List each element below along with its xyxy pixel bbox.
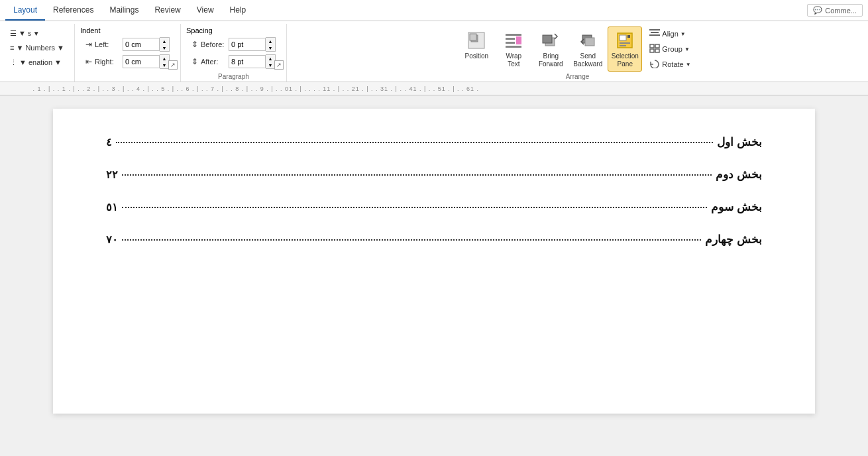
svg-rect-19 [649, 34, 660, 36]
spacing-expand-btn[interactable]: ↗ [274, 60, 284, 70]
toc-entry: بخش چهارم٧٠ [106, 233, 762, 247]
toc-dots [116, 142, 713, 143]
toc-page: ٤ [106, 136, 112, 148]
position-button[interactable]: Position [459, 27, 494, 72]
page: بخش اول٤بخش دوم٢٢بخش سوم٥١بخش چهارم٧٠ [53, 109, 815, 414]
svg-rect-21 [655, 44, 659, 48]
indent-left-label: Left: [95, 40, 120, 48]
spacing-before-label: Before: [201, 40, 226, 48]
toc-title: بخش دوم [716, 168, 762, 182]
tab-bar: Layout References Mailings Review View H… [0, 0, 868, 21]
spacing-before-up[interactable]: ▲ [266, 38, 275, 44]
indent-left-down[interactable]: ▼ [160, 44, 169, 51]
comment-icon: 💬 [813, 6, 822, 15]
indent-right-icon: ⇤ [85, 57, 92, 66]
send-backward-label: Send Backward [573, 52, 602, 68]
indent-left-up[interactable]: ▲ [160, 38, 169, 44]
toc-title: بخش چهارم [705, 233, 762, 247]
spacing-before-spinners[interactable]: ▲ ▼ [266, 37, 276, 52]
selection-pane-label: Selection Pane [612, 52, 639, 68]
tab-review[interactable]: Review [146, 0, 188, 21]
svg-rect-3 [506, 34, 521, 36]
spacing-after-input[interactable] [229, 55, 266, 68]
align-button[interactable]: Align ▼ [645, 27, 695, 41]
svg-rect-9 [543, 35, 552, 43]
indent-label: Indent [80, 27, 101, 34]
align-icon [649, 28, 660, 39]
svg-rect-22 [650, 49, 654, 52]
tab-help[interactable]: Help [222, 0, 254, 21]
group-arrange-label: Arrange [566, 72, 590, 80]
indent-right-up[interactable]: ▲ [160, 55, 169, 62]
toc-dots [122, 239, 701, 241]
svg-rect-18 [651, 32, 659, 33]
tab-layout[interactable]: Layout [5, 0, 45, 21]
indent-left-spinners[interactable]: ▲ ▼ [160, 37, 170, 52]
svg-rect-23 [655, 49, 659, 52]
selection-pane-icon [614, 30, 635, 51]
group-label: Group [662, 45, 682, 53]
comment-button[interactable]: 💬 Comme... [807, 4, 863, 17]
align-dropdown-icon: ▼ [680, 31, 686, 37]
group-indent: Indent ⇥ Left: ▲ ▼ ⇤ Right: [75, 24, 181, 82]
indent-right-row: ⇤ Right: ▲ ▼ [85, 54, 170, 69]
rotate-button[interactable]: Rotate ▼ [645, 57, 695, 72]
wrap-text-icon [503, 30, 524, 51]
spacing-fields: ⇕ Before: ▲ ▼ ⇕ After: [191, 37, 276, 69]
indent-right-input[interactable] [123, 55, 160, 68]
btn-numbers[interactable]: ≡ ▼ Numbers ▼ [5, 41, 69, 54]
arrange-content: Position Wrap Text [459, 27, 695, 72]
group-numbers: ☰ ▼ s ▼ ≡ ▼ Numbers ▼ ⋮ ▼ enation ▼ [0, 24, 75, 82]
spacing-before-field[interactable]: ▲ ▼ [229, 37, 276, 52]
group-icon [649, 44, 660, 54]
bring-forward-label: Bring Forward [539, 52, 563, 68]
toc-dots [122, 174, 712, 176]
spacing-after-down[interactable]: ▼ [266, 62, 275, 68]
spacing-before-down[interactable]: ▼ [266, 44, 275, 51]
ribbon-toolbar: ☰ ▼ s ▼ ≡ ▼ Numbers ▼ ⋮ ▼ enation ▼ Inde… [0, 21, 868, 82]
indent-left-input[interactable] [123, 38, 160, 51]
indent-right-field[interactable]: ▲ ▼ [123, 54, 170, 69]
align-label: Align [662, 30, 678, 38]
group-button[interactable]: Group ▼ [645, 42, 695, 56]
ruler-marks: . 1 . | . . 1 . | . . 2 . | . . 3 . | . … [3, 86, 865, 92]
tab-references[interactable]: References [45, 0, 101, 21]
tab-mailings[interactable]: Mailings [101, 0, 146, 21]
indent-right-label: Right: [95, 58, 120, 66]
bring-forward-button[interactable]: Bring Forward [533, 27, 568, 72]
svg-rect-14 [627, 35, 630, 38]
indent-fields: ⇥ Left: ▲ ▼ ⇤ Right: [85, 37, 170, 69]
spacing-after-up[interactable]: ▲ [266, 55, 275, 62]
send-backward-button[interactable]: Send Backward [570, 27, 605, 72]
rotate-label: Rotate [662, 60, 683, 68]
indent-right-down[interactable]: ▼ [160, 62, 169, 68]
svg-rect-20 [650, 44, 654, 48]
tab-view[interactable]: View [189, 0, 222, 21]
toc-entry: بخش دوم٢٢ [106, 168, 762, 182]
selection-pane-button[interactable]: Selection Pane [608, 27, 642, 72]
indent-left-icon: ⇥ [85, 40, 92, 49]
svg-rect-17 [649, 29, 660, 30]
wrap-text-label: Wrap Text [506, 52, 521, 68]
spacing-after-row: ⇕ After: ▲ ▼ [191, 54, 276, 69]
svg-rect-16 [620, 45, 626, 46]
spacing-before-input[interactable] [229, 38, 266, 51]
btn-enation[interactable]: ⋮ ▼ enation ▼ [5, 56, 66, 69]
indent-left-field[interactable]: ▲ ▼ [123, 37, 170, 52]
rotate-dropdown-icon: ▼ [686, 62, 691, 68]
svg-rect-5 [506, 42, 515, 44]
position-icon [466, 30, 487, 51]
group-paragraph-label: Paragraph [218, 72, 249, 80]
arrange-right-col: Align ▼ Group ▼ [645, 27, 695, 72]
wrap-text-button[interactable]: Wrap Text [496, 27, 531, 72]
svg-rect-13 [620, 35, 626, 40]
enation-icon: ⋮ ▼ [10, 58, 27, 67]
spacing-after-label: After: [201, 58, 226, 66]
spacing-after-field[interactable]: ▲ ▼ [229, 54, 276, 69]
numbers-icon: ≡ ▼ [10, 44, 23, 52]
spacing-after-icon: ⇕ [191, 57, 198, 66]
position-label: Position [465, 52, 489, 60]
btn-numbering[interactable]: ☰ ▼ s ▼ [5, 27, 44, 40]
indent-expand-btn[interactable]: ↗ [168, 60, 178, 70]
doc-area: بخش اول٤بخش دوم٢٢بخش سوم٥١بخش چهارم٧٠ [0, 95, 868, 427]
